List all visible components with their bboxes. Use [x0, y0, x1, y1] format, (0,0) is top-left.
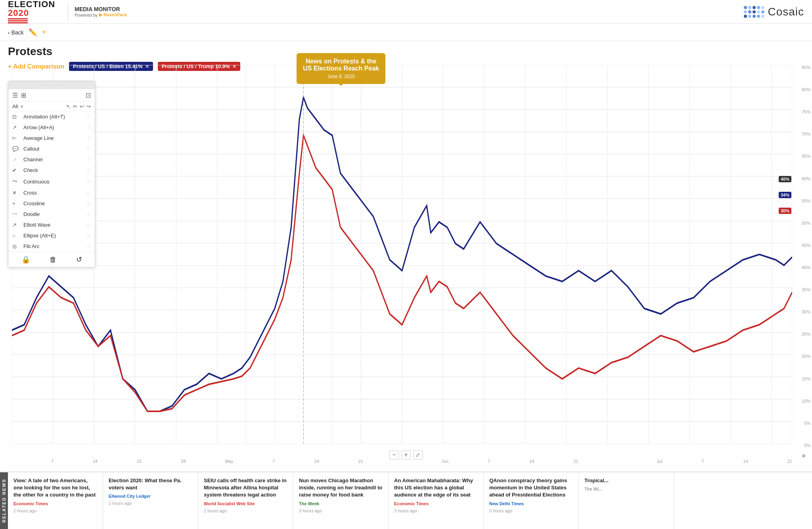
app-header: ELECTION 2020 MEDIA MONITOR Powered by ▶… [0, 0, 812, 24]
back-button[interactable]: ‹ Back [8, 29, 24, 36]
tool-icon: ◎ [12, 243, 20, 249]
cosaic-dots [744, 6, 764, 18]
cosaic-text: Cosaic [768, 6, 804, 18]
trash-icon[interactable]: 🗑 [50, 256, 57, 264]
y-axis-label: 10% [791, 399, 810, 403]
drawing-tool-item[interactable]: ⊡ Annotation (Alt+T) ☆ [8, 111, 95, 122]
tool-favorite-icon[interactable]: ☆ [86, 233, 91, 239]
tool-favorite-icon[interactable]: ☆ [86, 190, 91, 196]
tool-favorite-icon[interactable]: ☆ [86, 157, 91, 162]
tool-icon: + [12, 201, 20, 206]
news-card-title: An American Mahabharata: Why this US ele… [394, 477, 478, 499]
y-axis-label: 25% [791, 332, 810, 336]
cosaic-dot [744, 15, 747, 18]
news-card[interactable]: SEIU calls off health care strike in Min… [198, 472, 293, 529]
tool-favorite-icon[interactable]: ☆ [86, 222, 91, 228]
x-axis-label: 21 [137, 459, 142, 464]
media-monitor-sub: Powered by ▶ RavenPack [75, 12, 127, 17]
drawing-tool-item[interactable]: ↗ Elliott Wave ☆ [8, 220, 95, 230]
cosaic-dot [744, 10, 747, 13]
drawing-tool-item[interactable]: ✕ Cross ☆ [8, 187, 95, 198]
news-card[interactable]: Election 2020: What these Pa. voters wan… [103, 472, 198, 529]
expand-button[interactable]: ⤢ [413, 450, 423, 460]
drawing-tool-item[interactable]: 〰 Doodle ☆ [8, 209, 95, 220]
add-icon[interactable]: + [42, 28, 47, 37]
tool-favorite-icon[interactable]: ☆ [86, 146, 91, 152]
tool-label: Ellipse (Alt+E) [23, 233, 83, 239]
chart-area: Protests + Add Comparison Protests / US … [0, 41, 812, 472]
tool-favorite-icon[interactable]: ☆ [86, 244, 91, 249]
y-axis-label: 45% [791, 243, 810, 248]
drawing-tool-item[interactable]: 〜 Continuous ☆ [8, 176, 95, 187]
news-card-title: Tropical... [584, 477, 668, 484]
tool-favorite-icon[interactable]: ☆ [86, 136, 91, 141]
media-monitor-title: MEDIA MONITOR [75, 6, 127, 12]
news-card[interactable]: An American Mahabharata: Why this US ele… [389, 472, 484, 529]
main-chart-svg [12, 65, 792, 444]
tool-icon: ⊢ [12, 135, 20, 141]
redo-icon[interactable]: ↪ [86, 103, 91, 109]
drawing-tool-item[interactable]: ✔ Check ☆ [8, 165, 95, 176]
zoom-controls: − + ⤢ [389, 450, 423, 460]
tool-icon: 〰 [12, 211, 20, 217]
drawing-tool-item[interactable]: 💬 Callout ☆ [8, 143, 95, 154]
news-card-time: 2 hours ago [13, 508, 97, 513]
drawing-tool-item[interactable]: ◎ Fib Arc ☆ [8, 241, 95, 252]
edit-icon[interactable]: ✏️ [29, 28, 37, 37]
lock-icon[interactable]: 🔒 [21, 255, 30, 264]
drawing-tool-item[interactable]: + Crossline ☆ [8, 198, 95, 209]
cosaic-dot [744, 6, 747, 9]
drawing-tool-item[interactable]: ○ Ellipse (Alt+E) ☆ [8, 230, 95, 241]
news-card-title: QAnon conspiracy theory gains momentum i… [489, 477, 573, 499]
red-line-1 [8, 18, 28, 19]
drawing-tool-item[interactable]: ⟋ Channel ☆ [8, 154, 95, 165]
cosaic-dot [753, 15, 756, 18]
filter-dropdown-icon[interactable]: ∨ [20, 104, 23, 109]
news-card-title: SEIU calls off health care strike in Min… [204, 477, 287, 499]
news-card[interactable]: QAnon conspiracy theory gains momentum i… [484, 472, 579, 529]
drawing-tool-item[interactable]: ⊢ Average Line ☆ [8, 133, 95, 143]
news-card[interactable]: View: A tale of two Americans, one looki… [8, 472, 103, 529]
y-axis-label: 70% [791, 132, 810, 136]
tool-favorite-icon[interactable]: ☆ [86, 212, 91, 217]
tool-favorite-icon[interactable]: ☆ [86, 125, 91, 130]
news-card-title: View: A tale of two Americans, one looki… [13, 477, 97, 499]
news-card-source: Ellwood City Ledger [109, 494, 192, 498]
pencil-icon[interactable]: ✏ [73, 103, 77, 109]
x-axis-label: 7 [272, 459, 275, 464]
y-axis-label: 20% [791, 354, 810, 359]
tool-favorite-icon[interactable]: ☆ [86, 168, 91, 173]
tool-icon: ↗ [12, 124, 20, 130]
y-axis-label: 65% [791, 154, 810, 159]
red-line-3 [8, 22, 28, 23]
related-news-label: RELATED NEWS [0, 472, 8, 529]
tool-icon: ↗ [12, 222, 20, 228]
panel-settings-icon[interactable]: ⊡ [86, 92, 91, 99]
zoom-in-button[interactable]: + [401, 450, 411, 460]
undo-icon[interactable]: ↩ [80, 103, 84, 109]
cursor-icon[interactable]: ↖ [66, 103, 71, 109]
zoom-out-button[interactable]: − [389, 450, 399, 460]
cosaic-logo: Cosaic [744, 6, 804, 18]
y-axis-label: 15% [791, 376, 810, 381]
election-text: ELECTION [8, 0, 55, 9]
panel-top-icons: ☰ ⊞ ⊡ [8, 89, 95, 102]
tool-favorite-icon[interactable]: ☆ [86, 114, 91, 120]
tool-icon: ○ [12, 233, 20, 239]
news-card[interactable]: Nun moves Chicago Marathon inside, runni… [293, 472, 389, 529]
forward-chevron-icon[interactable]: » [802, 451, 806, 460]
panel-view-icons: ☰ ⊞ [12, 92, 26, 99]
badge-34: 34% [779, 192, 791, 198]
grid-view-icon[interactable]: ⊞ [21, 92, 26, 99]
list-view-icon[interactable]: ☰ [12, 92, 18, 99]
tool-icon: ⟋ [12, 157, 20, 162]
tool-favorite-icon[interactable]: ☆ [86, 179, 91, 184]
tool-favorite-icon[interactable]: ☆ [86, 201, 91, 206]
drawing-tool-item[interactable]: ↗ Arrow (Alt+A) ☆ [8, 122, 95, 133]
tool-label: Crossline [23, 201, 83, 206]
news-card[interactable]: Tropical... The Wi... [579, 472, 674, 529]
badge-30: 30% [779, 208, 791, 214]
logo-decoration [8, 18, 55, 23]
panel-drag-handle[interactable]: · · · · · · [8, 81, 95, 89]
history-icon[interactable]: ↺ [76, 255, 82, 264]
